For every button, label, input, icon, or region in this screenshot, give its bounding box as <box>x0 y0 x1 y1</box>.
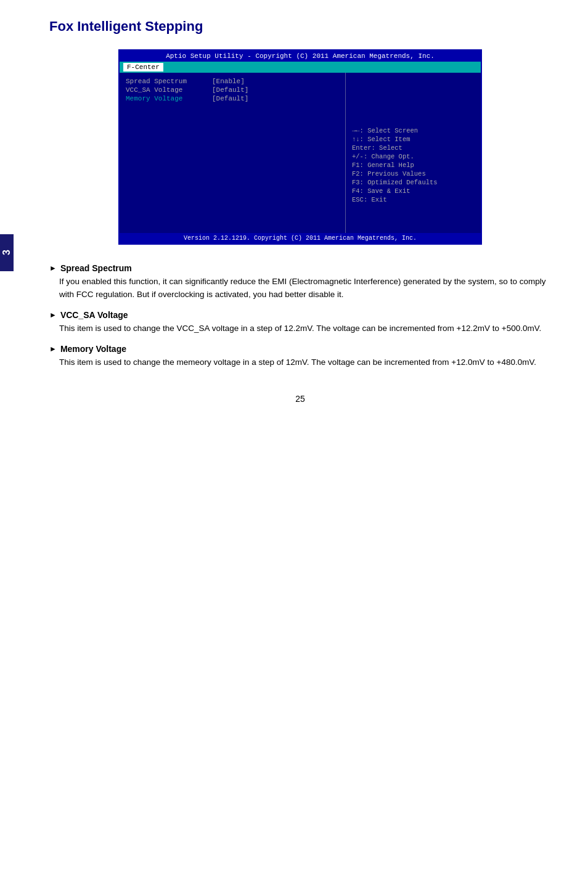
bios-help-line: F1: General Help <box>352 161 475 169</box>
desc-title-text-spread-spectrum: Spread Spectrum <box>60 263 132 273</box>
bios-help-line: F4: Save & Exit <box>352 187 475 195</box>
bios-help-line: →←: Select Screen <box>352 127 475 134</box>
bios-menu-item: Memory Voltage[Default] <box>126 95 339 102</box>
bios-body: Spread Spectrum[Enable]VCC_SA Voltage[De… <box>120 73 481 233</box>
desc-item-vcc-sa-voltage: ►VCC_SA VoltageThis item is used to chan… <box>49 310 551 335</box>
bios-right-panel: →←: Select Screen↑↓: Select ItemEnter: S… <box>345 73 481 233</box>
desc-body-spread-spectrum: If you enabled this function, it can sig… <box>59 276 551 301</box>
desc-body-vcc-sa-voltage: This item is used to change the VCC_SA v… <box>59 322 551 335</box>
desc-title-text-memory-voltage: Memory Voltage <box>60 344 126 354</box>
bios-help-line: ESC: Exit <box>352 196 475 203</box>
page-number: 25 <box>49 394 551 404</box>
bios-header: Aptio Setup Utility - Copyright (C) 2011… <box>120 51 481 62</box>
desc-title-text-vcc-sa-voltage: VCC_SA Voltage <box>60 310 128 320</box>
bios-tab-bar: F-Center <box>120 62 481 73</box>
bios-footer: Version 2.12.1219. Copyright (C) 2011 Am… <box>120 233 481 243</box>
desc-body-memory-voltage: This item is used to change the memeory … <box>59 356 551 369</box>
bios-left-panel: Spread Spectrum[Enable]VCC_SA Voltage[De… <box>120 73 345 233</box>
description-section: ►Spread SpectrumIf you enabled this func… <box>49 263 551 369</box>
desc-item-spread-spectrum: ►Spread SpectrumIf you enabled this func… <box>49 263 551 301</box>
bullet-arrow-icon: ► <box>49 311 57 319</box>
bios-help-line: F3: Optimized Defaults <box>352 179 475 186</box>
desc-title-memory-voltage: ►Memory Voltage <box>49 344 551 354</box>
bios-help-line: ↑↓: Select Item <box>352 136 475 143</box>
bullet-arrow-icon: ► <box>49 345 57 353</box>
chapter-tab: 3 <box>0 234 14 271</box>
bios-help-line: F2: Previous Values <box>352 170 475 178</box>
page-title: Fox Intelligent Stepping <box>49 18 551 35</box>
desc-title-spread-spectrum: ►Spread Spectrum <box>49 263 551 273</box>
bios-help-line: Enter: Select <box>352 144 475 152</box>
bios-menu-item: Spread Spectrum[Enable] <box>126 78 339 85</box>
bios-help-line: +/-: Change Opt. <box>352 153 475 160</box>
desc-item-memory-voltage: ►Memory VoltageThis item is used to chan… <box>49 344 551 369</box>
bios-menu-item: VCC_SA Voltage[Default] <box>126 86 339 94</box>
bios-screenshot: Aptio Setup Utility - Copyright (C) 2011… <box>118 49 482 245</box>
bios-active-tab: F-Center <box>123 63 163 72</box>
desc-title-vcc-sa-voltage: ►VCC_SA Voltage <box>49 310 551 320</box>
bullet-arrow-icon: ► <box>49 264 57 272</box>
